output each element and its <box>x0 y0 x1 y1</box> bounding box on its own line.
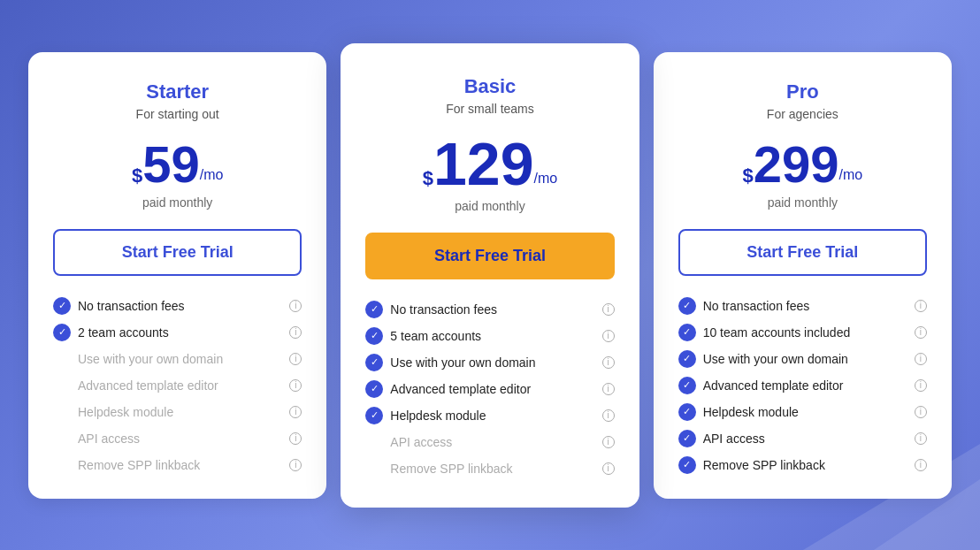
feature-item: ✓ Advanced template editor i <box>365 380 614 398</box>
price-row-starter: $ 59 /mo <box>53 139 302 190</box>
check-placeholder <box>53 403 71 421</box>
info-icon[interactable]: i <box>602 330 615 342</box>
info-icon[interactable]: i <box>915 300 927 312</box>
feature-label: Advanced template editor <box>390 382 593 396</box>
feature-label: Remove SPP linkback <box>78 458 280 472</box>
info-icon[interactable]: i <box>289 326 302 339</box>
feature-label: API access <box>390 435 593 449</box>
info-icon[interactable]: i <box>915 459 927 471</box>
feature-label: No transaction fees <box>703 299 906 313</box>
info-icon[interactable]: i <box>915 379 927 392</box>
check-icon: ✓ <box>678 456 696 474</box>
feature-item: API access i <box>53 430 302 447</box>
check-icon: ✓ <box>365 380 383 398</box>
info-icon[interactable]: i <box>602 462 615 475</box>
price-billing-basic: paid monthly <box>365 199 614 213</box>
feature-label: Helpdesk module <box>703 405 906 419</box>
feature-item: ✓ 10 team accounts included i <box>678 324 927 341</box>
price-dollar-starter: $ <box>132 166 142 186</box>
check-placeholder <box>53 456 71 474</box>
feature-label: Advanced template editor <box>703 378 906 393</box>
info-icon[interactable]: i <box>289 406 302 418</box>
plan-name-starter: Starter <box>53 80 302 103</box>
price-amount-starter: 59 <box>142 139 200 190</box>
feature-label: Use with your own domain <box>390 355 593 370</box>
price-dollar-pro: $ <box>742 166 753 186</box>
feature-item: Helpdesk module i <box>53 403 302 421</box>
cta-button-starter[interactable]: Start Free Trial <box>53 229 302 276</box>
info-icon[interactable]: i <box>915 326 927 339</box>
feature-item: ✓ API access i <box>678 430 927 447</box>
check-placeholder <box>53 377 71 394</box>
price-per-pro: /mo <box>839 167 863 183</box>
feature-item: Remove SPP linkback i <box>365 460 614 477</box>
check-placeholder <box>365 433 383 451</box>
info-icon[interactable]: i <box>602 409 615 422</box>
feature-item: ✓ No transaction fees i <box>678 297 927 315</box>
check-icon: ✓ <box>53 297 71 315</box>
check-icon: ✓ <box>678 430 696 447</box>
feature-item: API access i <box>365 433 614 451</box>
info-icon[interactable]: i <box>289 353 302 365</box>
info-icon[interactable]: i <box>289 459 302 471</box>
feature-item: ✓ 5 team accounts i <box>365 327 614 345</box>
price-amount-basic: 129 <box>433 134 533 194</box>
price-per-starter: /mo <box>200 167 224 183</box>
feature-item: ✓ No transaction fees i <box>365 301 614 318</box>
feature-label: API access <box>78 432 280 446</box>
check-icon: ✓ <box>365 407 383 424</box>
info-icon[interactable]: i <box>289 432 302 445</box>
check-icon: ✓ <box>678 403 696 421</box>
price-billing-pro: paid monthly <box>678 195 927 210</box>
price-dollar-basic: $ <box>423 169 433 188</box>
info-icon[interactable]: i <box>289 379 302 392</box>
pricing-container: Starter For starting out $ 59 /mo paid m… <box>21 43 959 508</box>
info-icon[interactable]: i <box>602 303 615 316</box>
price-amount-pro: 299 <box>754 139 839 190</box>
info-icon[interactable]: i <box>289 300 302 312</box>
feature-label: 5 team accounts <box>390 329 593 343</box>
price-row-basic: $ 129 /mo <box>365 134 614 194</box>
feature-label: Use with your own domain <box>703 352 906 366</box>
check-placeholder <box>365 460 383 477</box>
plan-subtitle-starter: For starting out <box>53 107 302 121</box>
price-row-pro: $ 299 /mo <box>678 139 927 190</box>
cta-button-basic[interactable]: Start Free Trial <box>365 233 614 279</box>
feature-item: ✓ Use with your own domain i <box>678 350 927 368</box>
feature-item: Advanced template editor i <box>53 377 302 394</box>
feature-label: Use with your own domain <box>78 352 280 366</box>
price-per-basic: /mo <box>534 171 558 187</box>
check-icon: ✓ <box>365 327 383 345</box>
feature-item: ✓ Remove SPP linkback i <box>678 456 927 474</box>
feature-item: ✓ 2 team accounts i <box>53 324 302 341</box>
info-icon[interactable]: i <box>602 383 615 395</box>
check-icon: ✓ <box>678 297 696 315</box>
feature-item: ✓ Use with your own domain i <box>365 354 614 371</box>
info-icon[interactable]: i <box>602 356 615 369</box>
info-icon[interactable]: i <box>915 353 927 365</box>
info-icon[interactable]: i <box>602 436 615 448</box>
features-list-basic: ✓ No transaction fees i ✓ 5 team account… <box>365 301 614 477</box>
check-icon: ✓ <box>678 377 696 394</box>
feature-item: ✓ No transaction fees i <box>53 297 302 315</box>
feature-label: No transaction fees <box>390 302 593 317</box>
features-list-starter: ✓ No transaction fees i ✓ 2 team account… <box>53 297 302 474</box>
feature-label: Remove SPP linkback <box>703 458 906 472</box>
plan-card-starter: Starter For starting out $ 59 /mo paid m… <box>28 52 326 499</box>
check-icon: ✓ <box>365 354 383 371</box>
check-icon: ✓ <box>365 301 383 318</box>
feature-label: Remove SPP linkback <box>390 462 593 476</box>
info-icon[interactable]: i <box>915 432 927 445</box>
feature-label: Advanced template editor <box>78 378 280 393</box>
plan-name-basic: Basic <box>365 75 614 98</box>
plan-subtitle-basic: For small teams <box>365 102 614 116</box>
check-icon: ✓ <box>678 324 696 341</box>
feature-item: ✓ Advanced template editor i <box>678 377 927 394</box>
feature-item: ✓ Helpdesk module i <box>678 403 927 421</box>
price-billing-starter: paid monthly <box>53 195 302 210</box>
check-icon: ✓ <box>678 350 696 368</box>
plan-card-basic: Basic For small teams $ 129 /mo paid mon… <box>341 43 639 508</box>
check-icon: ✓ <box>53 324 71 341</box>
info-icon[interactable]: i <box>915 406 927 418</box>
cta-button-pro[interactable]: Start Free Trial <box>678 229 927 276</box>
